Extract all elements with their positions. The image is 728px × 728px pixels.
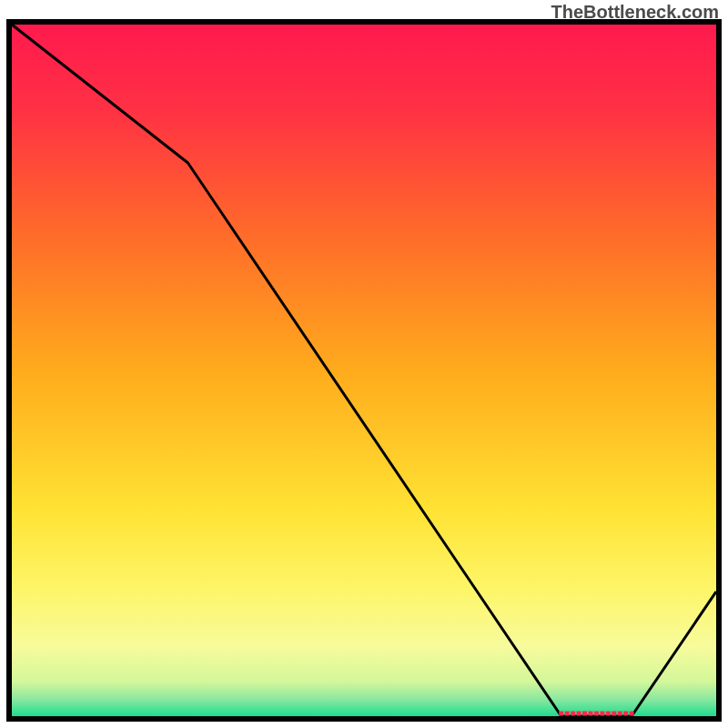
- svg-rect-7: [600, 712, 604, 716]
- svg-rect-5: [588, 712, 592, 716]
- bottleneck-chart: TheBottleneck.com: [0, 0, 728, 728]
- svg-rect-1: [565, 712, 570, 716]
- svg-rect-6: [594, 712, 599, 716]
- chart-svg: [0, 0, 728, 728]
- svg-rect-3: [577, 712, 581, 716]
- attribution-label: TheBottleneck.com: [551, 2, 719, 23]
- svg-rect-10: [618, 712, 622, 716]
- svg-rect-2: [571, 712, 575, 716]
- svg-rect-4: [582, 712, 587, 716]
- svg-rect-8: [606, 712, 611, 716]
- svg-rect-9: [612, 712, 616, 716]
- svg-rect-11: [623, 712, 628, 716]
- svg-rect-12: [630, 712, 634, 716]
- svg-rect-0: [559, 712, 563, 716]
- chart-background: [12, 25, 716, 716]
